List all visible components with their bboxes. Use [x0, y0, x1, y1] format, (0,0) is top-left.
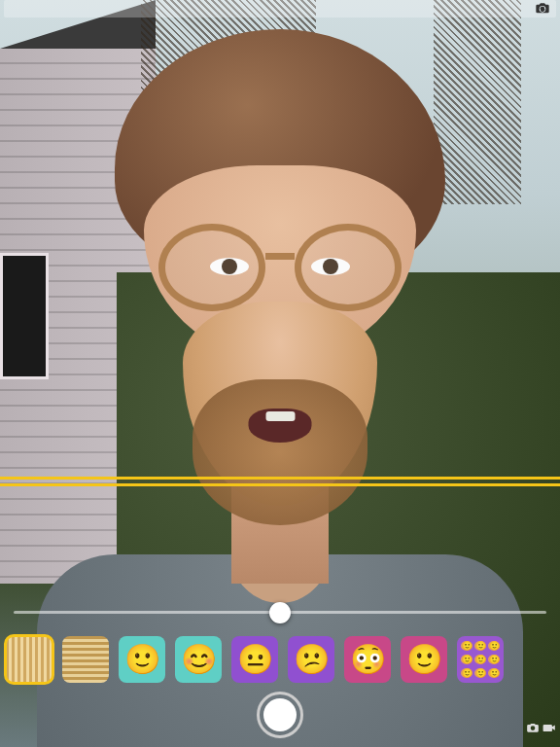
shutter-inner [263, 698, 297, 731]
video-mode-icon[interactable] [542, 720, 556, 737]
effect-guide-line [0, 483, 560, 486]
shutter-button[interactable] [257, 692, 303, 738]
top-toolbar [4, 0, 556, 18]
effect-tile-face-1[interactable]: 🙂 [119, 636, 165, 683]
effect-tile-face-4[interactable]: 😕 [288, 636, 334, 683]
effect-tile-face-5[interactable]: 😳 [344, 636, 391, 683]
effect-guide-line [0, 477, 560, 480]
intensity-slider[interactable] [14, 611, 546, 614]
effect-tile-stretch-vertical[interactable] [6, 636, 52, 683]
effect-tile-stretch-horizontal[interactable] [62, 636, 109, 683]
effect-tile-face-2[interactable]: 😊 [175, 636, 222, 683]
effect-tile-face-6[interactable]: 🙂 [401, 636, 447, 683]
camera-viewport: 🙂 😊 😐 😕 😳 🙂 🙂🙂🙂🙂🙂🙂🙂🙂🙂 [0, 0, 560, 747]
effect-picker: 🙂 😊 😐 😕 😳 🙂 🙂🙂🙂🙂🙂🙂🙂🙂🙂 [6, 632, 554, 687]
capture-mode-toggle[interactable] [526, 720, 556, 737]
effect-tile-face-3[interactable]: 😐 [231, 636, 278, 683]
shutter-bar [0, 689, 560, 741]
effect-tile-grid[interactable]: 🙂🙂🙂🙂🙂🙂🙂🙂🙂 [457, 636, 504, 683]
photo-mode-icon[interactable] [526, 720, 540, 737]
slider-handle[interactable] [269, 602, 291, 623]
background-window [0, 253, 49, 379]
flip-camera-icon[interactable] [535, 0, 550, 18]
